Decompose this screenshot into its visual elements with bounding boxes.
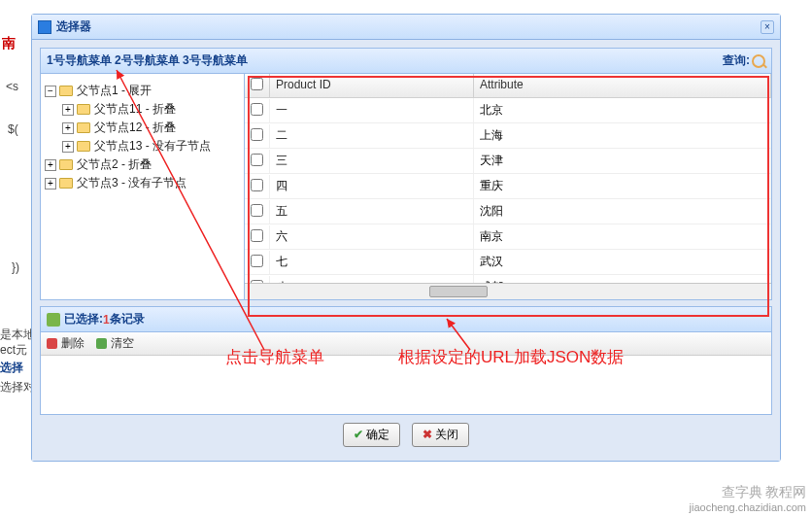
tree-node[interactable]: +父节点2 - 折叠 [45, 155, 240, 174]
delete-label: 删除 [61, 335, 85, 352]
expand-icon[interactable]: + [62, 122, 74, 134]
delete-button[interactable]: 删除 [47, 335, 85, 352]
folder-icon [59, 178, 73, 189]
tree-pane: −父节点1 - 展开 +父节点11 - 折叠 +父节点12 - 折叠 +父节点1… [41, 74, 245, 299]
dialog-footer: ✔确定 ✖关闭 [40, 415, 772, 453]
search-icon[interactable] [752, 54, 765, 68]
row-checkbox[interactable] [251, 204, 263, 217]
folder-icon [77, 122, 90, 133]
close-icon[interactable]: × [761, 20, 774, 34]
row-checkbox[interactable] [251, 229, 263, 242]
tree-label: 父节点11 - 折叠 [94, 101, 176, 118]
search-label: 查询: [723, 52, 750, 69]
cell-pid: 一 [270, 98, 474, 122]
bg-text: 是本地 [0, 327, 35, 343]
delete-icon [47, 338, 57, 349]
table-row[interactable]: 三天津 [245, 149, 771, 174]
cell-pid: 二 [270, 123, 474, 148]
cancel-label: 关闭 [435, 428, 458, 441]
selected-panel: 已选择:1条记录 删除 清空 [40, 306, 772, 415]
folder-icon [59, 159, 73, 170]
table-row[interactable]: 八成都 [245, 275, 771, 283]
bg-text: ect元 [0, 342, 27, 359]
table-row[interactable]: 五沈阳 [245, 199, 771, 224]
selected-list [41, 356, 771, 414]
selected-header: 已选择:1条记录 [41, 307, 771, 332]
clear-icon [96, 338, 107, 349]
toolbar: 删除 清空 [41, 332, 771, 356]
cell-pid: 八 [270, 275, 474, 283]
table-row[interactable]: 二上海 [245, 123, 771, 149]
bg-text: }) [12, 260, 19, 274]
folder-icon [77, 104, 90, 115]
nav-crumb-1[interactable]: 1号导航菜单 [47, 52, 112, 69]
folder-icon [77, 141, 90, 152]
cell-attr: 武汉 [474, 250, 771, 274]
tree-label: 父节点3 - 没有子节点 [77, 175, 186, 191]
bg-text: 选择 [0, 360, 23, 376]
folder-icon [59, 86, 73, 96]
bg-text: <s [6, 80, 18, 93]
expand-icon[interactable]: + [62, 104, 74, 116]
grid-body[interactable]: 一北京二上海三天津四重庆五沈阳六南京七武汉八成都 [245, 98, 771, 283]
cancel-button[interactable]: ✖关闭 [412, 423, 469, 447]
bg-text: 南 [2, 35, 16, 52]
scrollbar-thumb[interactable] [429, 286, 488, 297]
expand-icon[interactable]: + [45, 178, 56, 190]
column-header[interactable]: Product ID [270, 74, 474, 97]
nav-crumb-3[interactable]: 3号导航菜单 [183, 52, 248, 69]
cell-attr: 北京 [474, 98, 771, 122]
table-row[interactable]: 四重庆 [245, 174, 771, 199]
tree-label: 父节点13 - 没有子节点 [94, 138, 211, 155]
watermark: 查字典 教程网 jiaocheng.chazidian.com [690, 484, 806, 513]
cell-attr: 重庆 [474, 174, 771, 198]
breadcrumb: 1号导航菜单 2号导航菜单 3号导航菜单 查询: [41, 49, 771, 74]
clear-button[interactable]: 清空 [96, 335, 134, 352]
selector-dialog: 选择器 × 1号导航菜单 2号导航菜单 3号导航菜单 查询: −父节点1 - 展… [31, 14, 781, 462]
app-icon [38, 20, 51, 34]
tree-node[interactable]: +父节点3 - 没有子节点 [45, 174, 240, 192]
watermark-text: 查字典 教程网 [690, 484, 806, 501]
table-row[interactable]: 六南京 [245, 224, 771, 250]
tree-label: 父节点12 - 折叠 [94, 120, 176, 136]
grid-header: Product ID Attribute [245, 74, 771, 98]
cell-pid: 七 [270, 250, 474, 274]
row-checkbox[interactable] [251, 103, 263, 116]
cross-icon: ✖ [423, 428, 432, 441]
collapse-icon[interactable]: − [45, 86, 56, 97]
select-all-checkbox[interactable] [251, 78, 263, 90]
cell-pid: 四 [270, 174, 474, 198]
tree-node[interactable]: +父节点11 - 折叠 [45, 100, 240, 119]
bg-text: $( [8, 122, 18, 136]
table-row[interactable]: 七武汉 [245, 250, 771, 275]
cell-attr: 上海 [474, 123, 771, 148]
row-checkbox[interactable] [251, 255, 263, 267]
selected-title-suf: 条记录 [110, 311, 145, 327]
ok-label: 确定 [366, 428, 389, 441]
cell-attr: 天津 [474, 149, 771, 173]
cell-pid: 三 [270, 149, 474, 173]
row-checkbox[interactable] [251, 154, 263, 166]
dialog-header[interactable]: 选择器 × [32, 15, 780, 40]
bg-text: 选择对 [0, 379, 35, 396]
expand-icon[interactable]: + [62, 141, 74, 153]
tree-node[interactable]: −父节点1 - 展开 [45, 82, 240, 100]
tree-label: 父节点1 - 展开 [77, 83, 152, 99]
row-checkbox[interactable] [251, 179, 263, 191]
expand-icon[interactable]: + [45, 159, 56, 171]
horizontal-scrollbar[interactable] [245, 283, 771, 299]
column-header[interactable]: Attribute [474, 74, 771, 97]
nav-crumb-2[interactable]: 2号导航菜单 [115, 52, 180, 69]
tree-node[interactable]: +父节点12 - 折叠 [45, 119, 240, 137]
watermark-url: jiaocheng.chazidian.com [690, 501, 806, 513]
pencil-icon [47, 313, 60, 327]
tree-node[interactable]: +父节点13 - 没有子节点 [45, 137, 240, 155]
table-row[interactable]: 一北京 [245, 98, 771, 123]
cell-attr: 沈阳 [474, 199, 771, 224]
selected-count: 1 [103, 313, 110, 327]
ok-button[interactable]: ✔确定 [343, 423, 400, 447]
dialog-title: 选择器 [56, 18, 761, 35]
clear-label: 清空 [111, 335, 134, 352]
check-icon: ✔ [354, 428, 363, 441]
row-checkbox[interactable] [251, 128, 263, 141]
